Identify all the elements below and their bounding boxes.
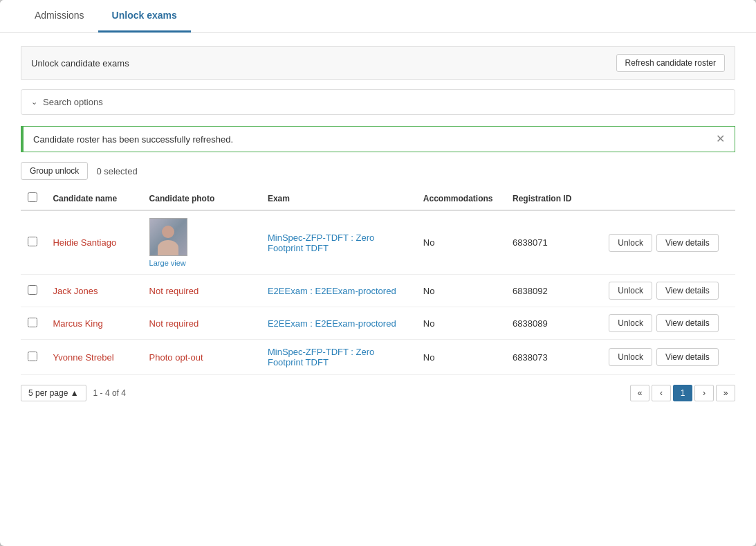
exam-link[interactable]: MinSpec-ZFP-TDFT : Zero Footprint TDFT xyxy=(268,233,374,253)
banner-message: Candidate roster has been successfully r… xyxy=(33,134,233,145)
table-row: Yvonne StrebelPhoto opt-outMinSpec-ZFP-T… xyxy=(21,340,735,375)
row-checkbox-cell xyxy=(21,275,46,307)
success-banner: Candidate roster has been successfully r… xyxy=(21,126,735,152)
page-range: 1 - 4 of 4 xyxy=(93,388,126,398)
row-1-checkbox[interactable] xyxy=(28,237,37,246)
exam-cell: E2EExam : E2EExam-proctored xyxy=(261,275,416,307)
last-page-button[interactable]: » xyxy=(716,385,735,401)
unlock-button-2[interactable]: Unlock xyxy=(609,282,652,300)
candidate-name-cell: Marcus King xyxy=(46,307,142,340)
section-header: Unlock candidate exams Refresh candidate… xyxy=(21,46,735,80)
candidate-photo-cell: Not required xyxy=(142,275,261,307)
view-details-button-2[interactable]: View details xyxy=(656,282,719,300)
accommodations-cell: No xyxy=(416,275,506,307)
candidate-photo-cell: Large view xyxy=(142,210,261,275)
view-details-button-3[interactable]: View details xyxy=(656,314,719,332)
main-window: Admissions Unlock exams Unlock candidate… xyxy=(0,0,756,546)
candidate-name-link[interactable]: Jack Jones xyxy=(53,286,98,296)
unlock-button-3[interactable]: Unlock xyxy=(609,314,652,332)
first-page-button[interactable]: « xyxy=(630,385,649,401)
exam-link[interactable]: E2EExam : E2EExam-proctored xyxy=(268,318,396,329)
tab-bar: Admissions Unlock exams xyxy=(0,0,756,33)
photo-text: Not required xyxy=(149,318,199,329)
candidates-table: Candidate name Candidate photo Exam Acco… xyxy=(21,187,735,375)
row-checkbox-cell xyxy=(21,340,46,375)
accommodations-cell: No xyxy=(416,210,506,275)
unlock-button-1[interactable]: Unlock xyxy=(609,234,652,252)
candidate-name-cell: Jack Jones xyxy=(46,275,142,307)
col-header-registration-id: Registration ID xyxy=(506,187,602,210)
select-all-header xyxy=(21,187,46,210)
pagination-controls: « ‹ 1 › » xyxy=(630,385,735,401)
row-2-checkbox[interactable] xyxy=(28,285,37,295)
registration-id-cell: 6838071 xyxy=(506,210,602,275)
col-header-photo: Candidate photo xyxy=(142,187,261,210)
close-banner-button[interactable]: ✕ xyxy=(716,134,725,145)
col-header-accommodations: Accommodations xyxy=(416,187,506,210)
table-row: Heidie SantiagoLarge viewMinSpec-ZFP-TDF… xyxy=(21,210,735,275)
search-options-label: Search options xyxy=(43,97,103,107)
exam-cell: MinSpec-ZFP-TDFT : Zero Footprint TDFT xyxy=(261,340,416,375)
group-unlock-button[interactable]: Group unlock xyxy=(21,162,88,180)
candidate-name-link[interactable]: Heidie Santiago xyxy=(53,237,116,248)
candidate-photo-cell: Not required xyxy=(142,307,261,340)
view-details-button-1[interactable]: View details xyxy=(656,234,719,252)
registration-id-cell: 6838092 xyxy=(506,275,602,307)
col-header-actions xyxy=(602,187,735,210)
exam-cell: MinSpec-ZFP-TDFT : Zero Footprint TDFT xyxy=(261,210,416,275)
accommodations-cell: No xyxy=(416,340,506,375)
accommodations-cell: No xyxy=(416,307,506,340)
photo-text: Not required xyxy=(149,286,199,296)
exam-link[interactable]: E2EExam : E2EExam-proctored xyxy=(268,286,396,296)
candidate-name-link[interactable]: Marcus King xyxy=(53,318,102,329)
search-options-bar[interactable]: ⌄ Search options xyxy=(21,89,735,115)
row-checkbox-cell xyxy=(21,307,46,340)
action-buttons-cell: UnlockView details xyxy=(602,340,735,375)
unlock-button-4[interactable]: Unlock xyxy=(609,348,652,366)
action-buttons-cell: UnlockView details xyxy=(602,210,735,275)
refresh-roster-button[interactable]: Refresh candidate roster xyxy=(616,54,725,72)
chevron-down-icon: ⌄ xyxy=(31,98,37,107)
toolbar: Group unlock 0 selected xyxy=(21,162,735,180)
prev-page-button[interactable]: ‹ xyxy=(652,385,671,401)
tab-admissions[interactable]: Admissions xyxy=(21,0,98,33)
registration-id-cell: 6838089 xyxy=(506,307,602,340)
candidate-photo-image xyxy=(149,218,187,256)
section-title: Unlock candidate exams xyxy=(31,58,129,69)
exam-cell: E2EExam : E2EExam-proctored xyxy=(261,307,416,340)
candidate-photo-cell: Photo opt-out xyxy=(142,340,261,375)
candidate-name-cell: Heidie Santiago xyxy=(46,210,142,275)
col-header-exam: Exam xyxy=(261,187,416,210)
row-4-checkbox[interactable] xyxy=(28,352,37,361)
row-3-checkbox[interactable] xyxy=(28,318,37,327)
selected-count: 0 selected xyxy=(96,166,137,176)
page-content: Unlock candidate exams Refresh candidate… xyxy=(0,33,756,546)
candidate-name-link[interactable]: Yvonne Strebel xyxy=(53,352,113,363)
table-row: Jack JonesNot requiredE2EExam : E2EExam-… xyxy=(21,275,735,307)
action-buttons: UnlockView details xyxy=(609,282,728,300)
pagination: 5 per page ▲ 1 - 4 of 4 « ‹ 1 › » xyxy=(21,385,735,401)
action-buttons-cell: UnlockView details xyxy=(602,307,735,340)
photo-cell: Large view xyxy=(149,218,254,267)
action-buttons: UnlockView details xyxy=(609,234,728,252)
tab-unlock-exams[interactable]: Unlock exams xyxy=(98,0,191,33)
candidate-name-cell: Yvonne Strebel xyxy=(46,340,142,375)
action-buttons: UnlockView details xyxy=(609,348,728,366)
view-details-button-4[interactable]: View details xyxy=(656,348,719,366)
large-view-link[interactable]: Large view xyxy=(149,259,186,267)
col-header-name: Candidate name xyxy=(46,187,142,210)
next-page-button[interactable]: › xyxy=(694,385,714,401)
registration-id-cell: 6838073 xyxy=(506,340,602,375)
table-row: Marcus KingNot requiredE2EExam : E2EExam… xyxy=(21,307,735,340)
action-buttons: UnlockView details xyxy=(609,314,728,332)
exam-link[interactable]: MinSpec-ZFP-TDFT : Zero Footprint TDFT xyxy=(268,347,374,367)
per-page-button[interactable]: 5 per page ▲ xyxy=(21,385,86,401)
row-checkbox-cell xyxy=(21,210,46,275)
select-all-checkbox[interactable] xyxy=(28,192,37,202)
action-buttons-cell: UnlockView details xyxy=(602,275,735,307)
page-1-button[interactable]: 1 xyxy=(673,385,692,401)
photo-text: Photo opt-out xyxy=(149,352,203,363)
